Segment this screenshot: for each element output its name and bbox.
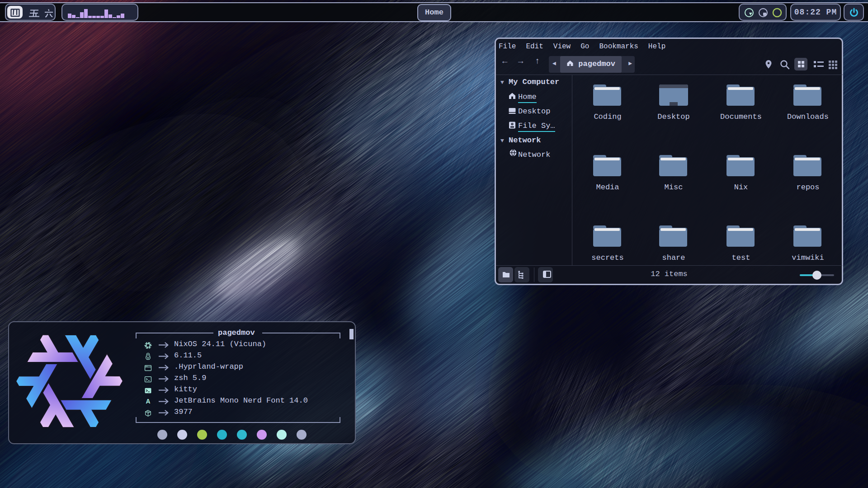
svg-text:A: A <box>146 398 150 405</box>
